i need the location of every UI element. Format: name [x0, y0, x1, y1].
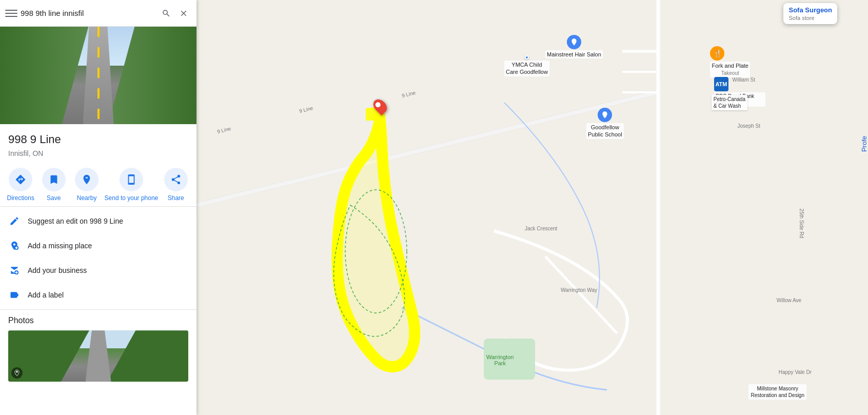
directions-icon [9, 168, 32, 191]
jack-crescent-label: Jack Crescent [525, 226, 557, 231]
ymca-label: YMCA ChildCare Goodfellow [504, 61, 549, 76]
fork-and-plate-marker[interactable]: 🍴 Fork and PlateTakeout [710, 46, 750, 77]
save-label: Save [47, 194, 61, 203]
mainstreet-hair-label: Mainstreet Hair Salon [545, 50, 603, 58]
photos-title: Photos [8, 316, 188, 325]
add-business-text: Add your business [28, 266, 87, 274]
mainstreet-hair-marker[interactable]: Mainstreet Hair Salon [545, 35, 603, 58]
search-icons [159, 6, 191, 21]
add-missing-place-item[interactable]: Add a missing place [0, 233, 196, 258]
action-buttons: Directions Save Nearby [0, 162, 196, 207]
warrington-park-label: WarringtonPark [486, 354, 514, 366]
nearby-icon [75, 168, 98, 191]
map-area[interactable]: 9 Line 9 Line 9 Line 25th Side Rd Jack C… [196, 0, 868, 415]
petro-canada-label: Petro-Canada& Car Wash [712, 95, 747, 110]
business-icon [8, 264, 21, 276]
goodfellow-school-label: GoodfellowPublic School [586, 123, 624, 139]
willow-ave-label: Willow Ave [777, 298, 801, 303]
suggest-edit-text: Suggest an edit on 998 9 Line [28, 217, 123, 225]
share-icon [164, 168, 188, 191]
photo-thumbnail[interactable] [8, 330, 188, 382]
send-to-phone-button[interactable]: Send to your phone [105, 168, 159, 203]
prof-label: Profe [860, 136, 868, 152]
joseph-st-label: Joseph St [738, 123, 760, 129]
nearby-button[interactable]: Nearby [71, 168, 102, 203]
search-input-wrap [21, 9, 155, 17]
add-label-text: Add a label [28, 291, 64, 299]
search-bar [0, 0, 196, 27]
yellow-path [337, 114, 415, 367]
add-business-item[interactable]: Add your business [0, 258, 196, 283]
clear-button[interactable] [176, 6, 191, 21]
save-icon [42, 168, 66, 191]
millstone-label: Millstone MasonryRestoration and Design [748, 384, 806, 400]
search-input[interactable] [21, 9, 155, 17]
save-button[interactable]: Save [38, 168, 69, 203]
street-view-photo[interactable] [0, 27, 196, 124]
ymca-marker[interactable]: YMCA ChildCare Goodfellow [504, 55, 549, 76]
place-name: 998 9 Line [8, 132, 188, 147]
add-place-icon [8, 240, 21, 252]
warrington-way-label: Warrington Way [561, 287, 597, 293]
sidebar: 998 9 Line Innisfil, ON Directions Save [0, 0, 196, 415]
directions-label: Directions [7, 194, 34, 203]
goodfellow-school-marker[interactable]: GoodfellowPublic School [586, 108, 624, 139]
place-subtitle: Innisfil, ON [8, 149, 188, 157]
25th-side-label: 25th Side Rd [799, 209, 805, 239]
list-section: Suggest an edit on 998 9 Line Add a miss… [0, 207, 196, 310]
share-label: Share [168, 194, 184, 203]
send-to-phone-icon [120, 168, 143, 191]
send-to-phone-label: Send to your phone [105, 194, 159, 203]
place-info: 998 9 Line Innisfil, ON [0, 124, 196, 162]
edit-icon [8, 215, 21, 227]
location-pin[interactable] [374, 98, 386, 114]
share-button[interactable]: Share [161, 168, 191, 203]
hamburger-menu[interactable] [5, 7, 17, 19]
petro-canada-marker[interactable]: Petro-Canada& Car Wash [712, 95, 747, 110]
search-button[interactable] [159, 6, 174, 21]
sofa-surgeon-card[interactable]: Sofa Surgeon Sofa store [783, 3, 837, 24]
fork-plate-label: Fork and PlateTakeout [710, 62, 750, 77]
add-missing-text: Add a missing place [28, 242, 92, 250]
happy-vale-label: Happy Vale Dr [779, 369, 812, 375]
nearby-label: Nearby [77, 194, 97, 203]
sofa-surgeon-name: Sofa Surgeon [788, 6, 832, 15]
photos-section: Photos [0, 310, 196, 388]
label-icon [8, 289, 21, 301]
suggest-edit-item[interactable]: Suggest an edit on 998 9 Line [0, 209, 196, 233]
millstone-marker[interactable]: Millstone MasonryRestoration and Design [748, 384, 806, 400]
add-label-item[interactable]: Add a label [0, 283, 196, 307]
directions-button[interactable]: Directions [5, 168, 36, 203]
svg-point-3 [16, 371, 18, 373]
sofa-surgeon-type: Sofa store [788, 15, 832, 21]
